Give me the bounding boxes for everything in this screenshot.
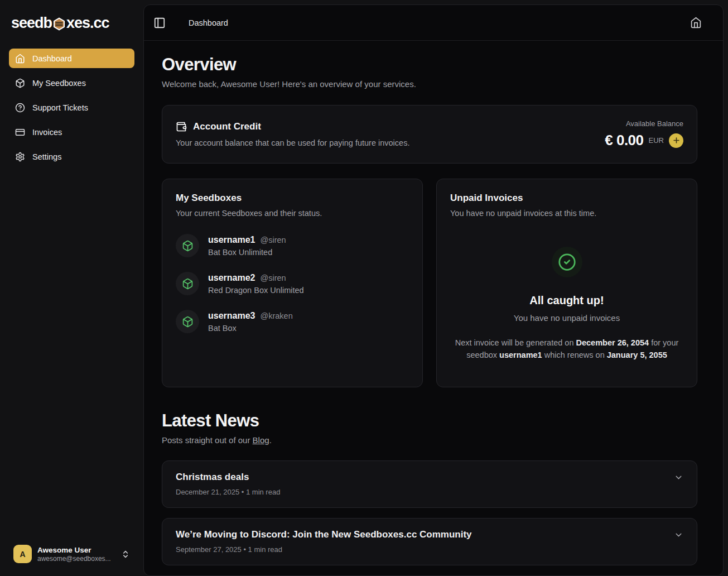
- news-post-meta: December 21, 2025 • 1 min read: [176, 488, 683, 496]
- circle-check-icon: [552, 247, 582, 277]
- chevrons-up-down-icon: [121, 550, 130, 559]
- box-icon: [15, 78, 25, 88]
- account-credit-description: Your account balance that can be used fo…: [176, 138, 409, 147]
- sidebar-item-support-tickets[interactable]: Support Tickets: [9, 98, 134, 117]
- account-credit-right: Available Balance € 0.00 EUR: [605, 119, 683, 149]
- seedbox-list-item[interactable]: username1 @siren Bat Box Unlimited: [176, 234, 409, 257]
- seedbox-info: username2 @siren Red Dragon Box Unlimite…: [208, 273, 304, 295]
- sidebar-toggle-button[interactable]: [153, 17, 166, 29]
- news-subtitle-suffix: .: [269, 435, 272, 445]
- sidebar-item-label: Settings: [32, 152, 61, 161]
- news-subtitle-prefix: Posts straight out of our: [162, 435, 253, 445]
- wallet-icon: [176, 121, 187, 132]
- sidebar-item-label: My Seedboxes: [32, 79, 86, 88]
- unpaid-invoices-subtitle: You have no unpaid invoices at this time…: [450, 209, 683, 218]
- add-credit-button[interactable]: [669, 133, 683, 148]
- seedbox-server: @siren: [261, 236, 286, 244]
- box-icon: [176, 310, 199, 333]
- sidebar: seedb xes.cc Dashboard My Seedboxes: [0, 0, 143, 576]
- seedbox-username: username1: [208, 235, 255, 245]
- logo-text-prefix: seedb: [11, 15, 52, 32]
- seedbox-plan: Bat Box: [208, 324, 293, 333]
- sidebar-spacer: [9, 166, 134, 541]
- sidebar-item-label: Invoices: [32, 128, 62, 137]
- breadcrumb[interactable]: Dashboard: [189, 18, 228, 27]
- user-meta: Awesome User awesome@seedboxes...: [37, 545, 111, 563]
- balance-amount: € 0.00: [605, 132, 643, 149]
- cards-row: My Seedboxes Your current Seedboxes and …: [162, 179, 697, 387]
- sidebar-item-settings[interactable]: Settings: [9, 147, 134, 166]
- status-subtitle: You have no unpaid invoices: [514, 313, 620, 323]
- seedbox-server: @kraken: [261, 311, 293, 320]
- sidebar-item-invoices[interactable]: Invoices: [9, 122, 134, 142]
- sidebar-item-label: Dashboard: [32, 54, 72, 63]
- balance-row: € 0.00 EUR: [605, 132, 683, 149]
- news-subtitle: Posts straight out of our Blog.: [162, 435, 723, 445]
- credit-card-icon: [15, 127, 25, 137]
- avatar: A: [13, 545, 32, 563]
- sidebar-item-dashboard[interactable]: Dashboard: [9, 49, 134, 68]
- seedbox-list: username1 @siren Bat Box Unlimited: [176, 234, 409, 333]
- account-credit-title: Account Credit: [193, 121, 261, 132]
- news-title: Latest News: [162, 411, 723, 431]
- balance-currency: EUR: [649, 136, 664, 145]
- unpaid-invoices-title: Unpaid Invoices: [450, 193, 683, 204]
- brand-logo: seedb xes.cc: [11, 15, 134, 32]
- seedbox-plan: Red Dragon Box Unlimited: [208, 286, 304, 295]
- chevron-down-icon[interactable]: [674, 530, 683, 540]
- logo-text-suffix: xes.cc: [66, 15, 109, 32]
- chevron-down-icon[interactable]: [674, 473, 683, 482]
- seedbox-username: username3: [208, 311, 255, 321]
- next-invoice-part3: which renews on: [542, 351, 607, 359]
- help-circle-icon: [15, 103, 25, 113]
- news-post[interactable]: Christmas deals December 21, 2025 • 1 mi…: [162, 460, 697, 508]
- box-icon: [176, 234, 199, 257]
- news-post-meta: September 27, 2025 • 1 min read: [176, 545, 683, 554]
- seedbox-list-item[interactable]: username2 @siren Red Dragon Box Unlimite…: [176, 272, 409, 295]
- account-credit-header: Account Credit: [176, 121, 409, 132]
- main-panel: Dashboard Overview Welcome back, Awesome…: [143, 4, 724, 576]
- unpaid-invoices-body: All caught up! You have no unpaid invoic…: [450, 218, 683, 361]
- seedbox-info: username1 @siren Bat Box Unlimited: [208, 235, 286, 257]
- news-list: Christmas deals December 21, 2025 • 1 mi…: [162, 460, 697, 576]
- status-title: All caught up!: [529, 294, 604, 307]
- next-invoice-text: Next invoice will be generated on Decemb…: [450, 337, 683, 361]
- seedbox-plan: Bat Box Unlimited: [208, 248, 286, 257]
- my-seedboxes-card: My Seedboxes Your current Seedboxes and …: [162, 179, 423, 387]
- unpaid-invoices-card: Unpaid Invoices You have no unpaid invoi…: [436, 179, 697, 387]
- user-email: awesome@seedboxes...: [37, 555, 111, 563]
- seedbox-username: username2: [208, 273, 255, 283]
- sidebar-nav: Dashboard My Seedboxes Support Tickets I…: [9, 49, 134, 166]
- topbar: Dashboard: [144, 5, 723, 41]
- hexagon-hive-icon: [52, 17, 66, 31]
- box-icon: [176, 272, 199, 295]
- blog-link[interactable]: Blog: [253, 435, 269, 445]
- seedbox-list-item[interactable]: username3 @kraken Bat Box: [176, 310, 409, 333]
- content: Overview Welcome back, Awesome User! Her…: [144, 41, 723, 576]
- next-invoice-date: December 26, 2054: [576, 338, 649, 347]
- page-subtitle: Welcome back, Awesome User! Here's an ov…: [162, 79, 723, 89]
- sidebar-item-my-seedboxes[interactable]: My Seedboxes: [9, 73, 134, 93]
- gear-icon: [15, 152, 25, 162]
- home-icon: [15, 54, 25, 64]
- home-icon[interactable]: [690, 17, 702, 28]
- account-credit-left: Account Credit Your account balance that…: [176, 121, 409, 147]
- user-name: Awesome User: [37, 545, 111, 555]
- account-credit-card: Account Credit Your account balance that…: [162, 105, 697, 164]
- plus-icon: [672, 136, 681, 145]
- my-seedboxes-title: My Seedboxes: [176, 193, 409, 204]
- page-title: Overview: [162, 55, 723, 75]
- seedbox-info: username3 @kraken Bat Box: [208, 311, 293, 333]
- user-menu[interactable]: A Awesome User awesome@seedboxes...: [9, 541, 134, 567]
- next-invoice-seedbox: username1: [499, 351, 542, 359]
- renew-date: January 5, 2055: [607, 351, 667, 359]
- news-post-title: Christmas deals: [176, 472, 249, 483]
- my-seedboxes-subtitle: Your current Seedboxes and their status.: [176, 209, 409, 218]
- next-invoice-part1: Next invoice will be generated on: [455, 338, 576, 347]
- available-balance-label: Available Balance: [605, 119, 683, 128]
- sidebar-item-label: Support Tickets: [32, 103, 88, 112]
- news-post[interactable]: We’re Moving to Discord: Join the New Se…: [162, 518, 697, 565]
- news-post-title: We’re Moving to Discord: Join the New Se…: [176, 529, 472, 540]
- seedbox-server: @siren: [261, 273, 286, 282]
